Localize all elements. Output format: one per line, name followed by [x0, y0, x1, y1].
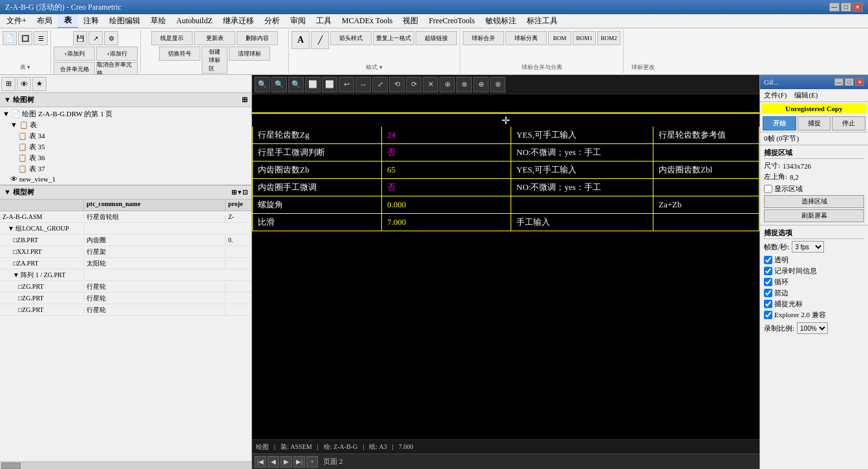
- canvas-btn-plus2[interactable]: ⊕: [473, 77, 489, 92]
- canvas-btn-zoom-out[interactable]: 🔍: [271, 77, 287, 92]
- drawing-tree-item-table37[interactable]: 📋 表 37: [0, 163, 251, 174]
- canvas-btn-zoom-in[interactable]: 🔍: [288, 77, 304, 92]
- btn-repeat-format[interactable]: 重复上一格式: [373, 31, 414, 45]
- btn-delete-content[interactable]: 删除内容: [237, 31, 278, 45]
- table-canvas[interactable]: 行星齿轮优化系统 初定速比 5.210 模数 1.000: [252, 127, 759, 439]
- model-tree-row-zg2[interactable]: □ZG.PRT 行星轮: [0, 293, 251, 304]
- canvas-btn-undo[interactable]: ↩: [339, 77, 354, 92]
- capture-stop-btn[interactable]: 停止: [832, 116, 865, 130]
- btn-properties[interactable]: ⚙: [104, 31, 118, 45]
- btn-merge-cell[interactable]: 合并单元格: [54, 62, 95, 75]
- menu-item-layout[interactable]: 布局: [32, 14, 58, 28]
- maximize-btn[interactable]: □: [841, 3, 851, 12]
- model-tree-row-array[interactable]: ▼ 阵列 1 / ZG.PRT: [0, 269, 251, 281]
- cap-menu-edit[interactable]: 编辑(E): [790, 90, 821, 101]
- model-tree-row-asm[interactable]: Z-A-B-G.ASM 行星齿轮组 Z-: [0, 211, 251, 223]
- drawing-tree-item-newview[interactable]: 👁 new_view_1: [0, 174, 251, 183]
- menu-item-review[interactable]: 审阅: [285, 14, 311, 28]
- drawing-tree-item-table36[interactable]: 📋 表 36: [0, 152, 251, 163]
- cap-menu-file[interactable]: 文件(F): [760, 90, 790, 101]
- menu-item-autobuildz[interactable]: AutobuildZ: [171, 15, 218, 27]
- btn-create-balloon-zone[interactable]: 创建球标区: [202, 47, 228, 74]
- icon-page-layout[interactable]: ⊞: [1, 77, 16, 91]
- menu-item-file[interactable]: 文件+: [1, 14, 32, 28]
- drawing-tree-item-table-group[interactable]: ▼ 📋 表: [0, 120, 251, 130]
- model-tree-row-zg1[interactable]: □ZG.PRT 行星轮: [0, 281, 251, 293]
- canvas-btn-close[interactable]: ✕: [423, 77, 438, 92]
- canvas-btn-expand[interactable]: ⤢: [372, 77, 388, 92]
- menu-item-view[interactable]: 视图: [397, 14, 423, 28]
- canvas-btn-horiz[interactable]: ↔: [355, 77, 371, 92]
- refresh-screen-btn[interactable]: 刷新屏幕: [764, 209, 864, 222]
- menu-item-sketch[interactable]: 草绘: [145, 14, 171, 28]
- model-tree-row-zb[interactable]: □ZB.PRT 内齿圈 0.: [0, 234, 251, 246]
- capture-capture-btn[interactable]: 捕捉: [798, 116, 831, 130]
- btn-split-cell[interactable]: 取消合并单元格: [96, 62, 138, 75]
- capture-min-btn[interactable]: —: [834, 78, 843, 86]
- menu-item-drawing-edit[interactable]: 绘图编辑: [104, 14, 145, 28]
- select-region-btn[interactable]: 选择区域: [764, 195, 864, 208]
- btn-toggle-symbol[interactable]: 切换符号: [159, 47, 200, 61]
- btn-line-show[interactable]: 线是显示: [151, 31, 193, 45]
- transparent-checkbox[interactable]: 透明: [764, 255, 864, 265]
- canvas-btn-rot-ccw[interactable]: ⟳: [406, 77, 421, 92]
- explorer-checkbox[interactable]: Explorer 2.0 兼容: [764, 310, 864, 320]
- model-tree-row-za[interactable]: □ZA.PRT 太阳轮: [0, 258, 251, 269]
- drawing-tree-options[interactable]: ⊞: [242, 96, 248, 104]
- cursor-checkbox[interactable]: 捕捉光标: [764, 299, 864, 309]
- capture-max-btn[interactable]: □: [845, 78, 854, 86]
- model-tree-row-xxj[interactable]: □XXJ.PRT 行星架: [0, 246, 251, 258]
- btn-add-col[interactable]: +添加列: [54, 47, 95, 61]
- menu-item-analysis[interactable]: 分析: [259, 14, 285, 28]
- canvas-btn-rot-cw[interactable]: ⟲: [389, 77, 405, 92]
- menu-item-sharp[interactable]: 敏锐标注: [480, 14, 522, 28]
- model-tree-btn2[interactable]: ▾: [238, 189, 241, 196]
- menu-item-annotation[interactable]: 注释: [78, 14, 104, 28]
- btn-update-table[interactable]: 更新表: [194, 31, 235, 45]
- scale-select[interactable]: 100% 75% 50%: [797, 322, 828, 334]
- btn-hyperlink[interactable]: 超级链接: [416, 31, 457, 45]
- canvas-btn-rect2[interactable]: ⬜: [322, 77, 337, 92]
- left-panel-scrollbar[interactable]: [0, 461, 251, 469]
- btn-balloon-separate[interactable]: 球标分离: [505, 31, 547, 45]
- capture-start-btn[interactable]: 开始: [763, 116, 796, 130]
- capture-close-btn[interactable]: ✕: [855, 78, 864, 86]
- btn-text-style[interactable]: A: [291, 31, 310, 49]
- canvas-btn-zoom-fit[interactable]: 🔍: [255, 77, 270, 92]
- btn-arrow-style[interactable]: 箭头样式: [330, 31, 372, 45]
- model-tree-row-zg3[interactable]: □ZG.PRT 行星轮: [0, 304, 251, 316]
- menu-item-table[interactable]: 表: [58, 14, 78, 28]
- model-tree-btn1[interactable]: ⊞: [231, 189, 237, 196]
- loop-checkbox[interactable]: 循环: [764, 277, 864, 287]
- btn-select-table[interactable]: ☰: [34, 31, 48, 45]
- btn-table-from-file[interactable]: 📄: [3, 31, 17, 45]
- close-btn[interactable]: ✕: [852, 3, 863, 12]
- border-checkbox[interactable]: 箭边: [764, 288, 864, 298]
- minimize-btn[interactable]: —: [829, 3, 840, 12]
- menu-item-mcadex[interactable]: MCADEx Tools: [337, 15, 398, 27]
- menu-item-markup[interactable]: 标注工具: [522, 14, 563, 28]
- canvas-btn-plus[interactable]: ⊕: [439, 77, 455, 92]
- fps-select[interactable]: 3 fps 5 fps 10 fps: [792, 241, 824, 253]
- canvas-btn-rect[interactable]: ⬜: [305, 77, 321, 92]
- icon-star[interactable]: ★: [32, 77, 47, 91]
- nav-btn-prev[interactable]: ◀: [268, 456, 279, 468]
- model-tree-row-localgroup[interactable]: ▼ 组LOCAL_GROUP: [0, 223, 251, 234]
- show-region-checkbox[interactable]: 显示区域: [764, 184, 803, 194]
- btn-balloon-combine[interactable]: 球标合并: [463, 31, 504, 45]
- nav-btn-next[interactable]: ▶: [281, 456, 292, 468]
- menu-item-inherit[interactable]: 继承迁移: [218, 14, 259, 28]
- drawing-tree-item-drawing[interactable]: ▼ 📄 绘图 Z-A-B-G.DRW 的第 1 页: [0, 109, 251, 120]
- model-tree-btn3[interactable]: ⊡: [242, 189, 248, 196]
- nav-btn-last[interactable]: ▶|: [293, 456, 305, 468]
- canvas-btn-minus2[interactable]: ⊗: [490, 77, 505, 92]
- drawing-tree-item-table35[interactable]: 📋 表 35: [0, 141, 251, 152]
- btn-clear-balloons[interactable]: 清理球标: [229, 47, 270, 61]
- btn-bom[interactable]: BOM: [548, 31, 571, 45]
- menu-item-tools[interactable]: 工具: [311, 14, 337, 28]
- nav-btn-first[interactable]: |◀: [255, 456, 266, 468]
- btn-hole-table[interactable]: 🔲: [18, 31, 32, 45]
- menu-item-freecreo[interactable]: FreeCreoTools: [423, 15, 480, 27]
- canvas-btn-minus[interactable]: ⊗: [456, 77, 472, 92]
- btn-line-type[interactable]: ╱: [311, 31, 329, 49]
